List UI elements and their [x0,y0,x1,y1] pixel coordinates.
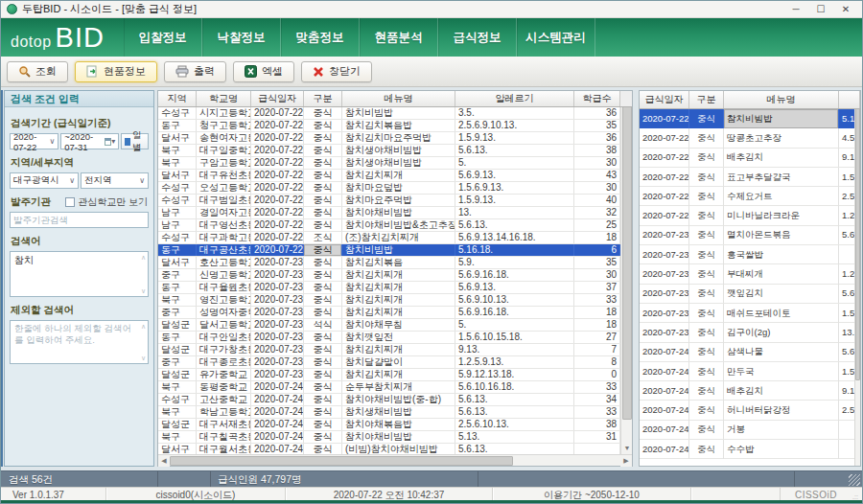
table-cell[interactable]: 학남고등학교 [197,406,251,418]
table-cell[interactable]: 5.6.9.10.13. [455,294,574,306]
table-row[interactable]: 2020-07-24중식거봉 [640,421,860,440]
scroll-up-icon[interactable]: ∧ [141,323,146,330]
table-cell[interactable]: 1.2.5.9.13. [455,356,574,368]
column-header[interactable]: 알레르기 [455,91,574,106]
table-cell[interactable]: 5. [455,157,574,169]
table-cell[interactable]: 5.6.13. [455,219,574,231]
menu-item-2[interactable]: 맞춤정보 [281,18,360,57]
table-cell[interactable]: 2020-07-23 [251,319,304,331]
table-cell[interactable]: 5.6.10.16.18. [455,381,574,393]
table-cell[interactable]: 달서구 [158,444,197,454]
table-cell[interactable]: 2020-07-23 [251,307,304,318]
table-cell[interactable]: 중식 [689,109,724,128]
table-cell[interactable]: 2020-07-23 [251,332,304,343]
table-cell[interactable]: 수성구 [158,232,197,243]
table-cell[interactable] [574,444,620,454]
table-cell[interactable]: 달서구 [158,257,197,268]
column-header[interactable]: 구분 [689,91,724,108]
table-cell[interactable]: 0 [574,369,620,380]
table-cell[interactable]: 중식 [304,132,342,144]
table-cell[interactable]: 중식 [304,244,342,256]
table-cell[interactable]: 2020-07-22 [640,206,689,225]
table-cell[interactable]: 중구 [158,307,197,318]
table-cell[interactable]: 43 [574,170,620,181]
table-cell[interactable]: 중식 [689,304,724,323]
table-cell[interactable]: 중식 [304,107,342,119]
table-cell[interactable]: 수성구 [158,182,197,194]
table-cell[interactable]: 수성구 [158,195,197,206]
table-cell[interactable]: 중식 [304,294,342,306]
table-row[interactable]: 2020-07-22중식배추김치9.1 [640,149,860,168]
table-cell[interactable]: 2020-07-22 [251,219,304,231]
table-cell[interactable]: 참치김치찌개 [342,294,455,306]
table-cell[interactable]: 31 [574,431,620,443]
table-cell[interactable]: 5.6.9.13. [455,170,574,181]
table-cell[interactable]: 참치김치찌개 [342,369,455,380]
table-cell[interactable]: 2020-07-23 [640,323,689,342]
table-cell[interactable]: 대구유천초등... [197,170,251,181]
table-cell[interactable]: 영진고등학교 [197,294,251,306]
table-cell[interactable]: 유가중학교 [197,369,251,380]
table-cell[interactable]: 동구 [158,244,197,256]
table-cell[interactable]: 달서고등학교 [197,319,251,331]
column-header[interactable]: 지역 [158,91,197,106]
table-cell[interactable]: 중식 [689,342,724,361]
table-cell[interactable]: 2020-07-22 [640,109,689,128]
table-cell[interactable]: 매쉬드포테이토 [724,304,839,323]
date-to-select[interactable]: ~2020-07-31 ▾ [60,133,119,149]
table-cell[interactable]: 중식 [689,148,724,167]
table-cell[interactable]: 30 [574,182,620,194]
menu-item-0[interactable]: 입찰정보 [124,18,202,57]
table-row[interactable]: 2020-07-24중식삼색나물5.6 [640,343,860,362]
table-cell[interactable]: 중식 [304,332,342,343]
table-cell[interactable]: 33 [574,406,620,418]
table-cell[interactable]: 2020-07-24 [640,401,689,420]
table-cell[interactable]: 2020-07-22 [251,195,304,206]
table-cell[interactable]: 경일여자고등... [197,207,251,218]
table-cell[interactable]: 2020-07-23 [251,369,304,380]
table-cell[interactable]: 25 [574,219,620,231]
table-cell[interactable]: 38 [574,419,620,430]
table-cell[interactable]: 2.5.6.9.10.13. [455,120,574,131]
table-row[interactable]: 중구신명고등학교2020-07-23중식참치김치찌개5.6.9.16.18.30 [158,269,632,282]
table-row[interactable]: 2020-07-23중식멸치아몬드볶음5.6 [640,226,860,245]
table-cell[interactable]: 35 [574,257,620,268]
table-cell[interactable]: 참치야채비빔밥&초고추장 [342,219,455,231]
table-cell[interactable]: 달성군 [158,319,197,331]
maximize-icon[interactable]: ☐ [808,2,833,17]
table-cell[interactable]: 9.13. [455,344,574,355]
table-cell[interactable]: 중식 [689,206,724,225]
table-cell[interactable]: 2020-07-22 [251,232,304,243]
table-cell[interactable]: 2020-07-23 [640,304,689,323]
table-cell[interactable]: 2020-07-23 [251,282,304,293]
table-cell[interactable]: 대구공산초등... [197,244,251,256]
table-cell[interactable]: 2020-07-22 [640,128,689,148]
table-cell[interactable]: 청구고등학교 [197,120,251,131]
agency-search-input[interactable] [10,212,149,228]
column-header[interactable]: 메뉴명 [342,91,455,106]
table-cell[interactable]: 33 [574,294,620,306]
table-cell[interactable]: 수성구 [158,394,197,405]
table-cell[interactable]: 2020-07-22 [640,168,689,187]
table-cell[interactable]: 2020-07-22 [251,244,304,256]
table-cell[interactable]: 석식 [304,319,342,331]
table-cell[interactable]: 2020-07-24 [640,420,689,439]
table-cell[interactable]: 5.6.9.13. [455,282,574,293]
table-cell[interactable]: 중식 [689,323,724,342]
table-cell[interactable]: 34 [574,394,620,405]
table-cell[interactable]: 북구 [158,381,197,393]
table-cell[interactable]: 중식 [304,170,342,181]
table-row[interactable]: 달서구송현여자고등...2020-07-22중식참치김치마요주먹밥1.5.9.1… [158,132,632,145]
table-row[interactable]: 2020-07-23중식부대찌개1.2 [640,264,860,284]
table-row[interactable]: 중구성명여자중학교2020-07-23중식참치김치찌개5.6.9.16.18.1… [158,307,632,319]
table-cell[interactable]: 참치깻잎전 [342,332,455,343]
table-cell[interactable]: 5. [455,319,574,331]
exclude-textarea[interactable]: 한줄에 하나의 제외할 검색어를 입력하여 주세요. ∧ ∨ [10,320,149,364]
table-cell[interactable]: 2020-07-22 [251,145,304,156]
table-cell[interactable]: 참치야채무침 [342,319,455,331]
table-cell[interactable]: 중식 [689,362,724,381]
table-cell[interactable]: 만두국 [724,362,839,381]
table-cell[interactable]: 홍국쌀밥 [724,245,839,264]
column-header[interactable]: 구분 [304,91,342,106]
table-cell[interactable]: 대구안일초등... [197,332,251,343]
